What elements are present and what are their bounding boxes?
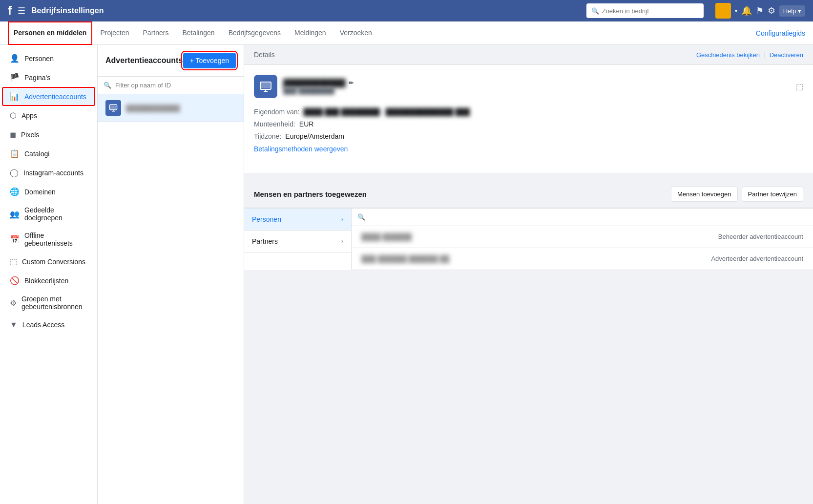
account-header: ████████████ ✏ ███ ████████ ⬚ xyxy=(254,75,803,98)
details-label: Details xyxy=(254,51,275,59)
groepen-icon: ⚙ xyxy=(10,298,17,308)
sidebar-item-domeinen[interactable]: 🌐 Domeinen xyxy=(2,182,95,201)
add-button[interactable]: + Toevoegen xyxy=(183,53,236,68)
history-link[interactable]: Geschiedenis bekijken xyxy=(696,51,760,59)
edit-icon[interactable]: ✏ xyxy=(349,80,354,86)
people-actions: Mensen toevoegen Partner toewijzen xyxy=(671,187,803,202)
flag-icon[interactable]: ⚑ xyxy=(756,5,764,16)
deactivate-link[interactable]: Deactiveren xyxy=(770,51,803,59)
nav-betalingen[interactable]: Betalingen xyxy=(176,21,220,45)
sidebar-item-custom-conversions[interactable]: ⬚ Custom Conversions xyxy=(2,252,95,271)
people-tab-personen[interactable]: Personen › xyxy=(244,209,351,231)
settings-icon[interactable]: ⚙ xyxy=(768,5,775,16)
tijdzone-label: Tijdzone: xyxy=(254,130,281,143)
list-panel: Advertentieaccounts + Toevoegen 🔍 ██████… xyxy=(98,45,244,504)
chevron-right-icon: › xyxy=(341,216,343,223)
sidebar-item-groepen[interactable]: ⚙ Groepen met gebeurtenisbronnen xyxy=(2,290,95,315)
munteenheid-value: EUR xyxy=(299,118,314,130)
pages-icon: 🏴 xyxy=(10,73,20,82)
separator: | xyxy=(764,51,766,59)
nav-verzoeken[interactable]: Verzoeken xyxy=(334,21,378,45)
munteenheid-row: Munteenheid: EUR xyxy=(254,118,803,130)
nav-projecten[interactable]: Projecten xyxy=(94,21,135,45)
list-panel-title: Advertentieaccounts xyxy=(105,56,183,65)
sidebar: 👤 Personen 🏴 Pagina's 📊 Advertentieaccou… xyxy=(0,45,98,504)
search-input[interactable] xyxy=(602,7,699,15)
account-info: ████████████ ✏ ███ ████████ xyxy=(283,79,790,94)
nav-partners[interactable]: Partners xyxy=(137,21,175,45)
facebook-logo-icon: f xyxy=(8,4,12,18)
assign-partner-button[interactable]: Partner toewijzen xyxy=(742,187,803,202)
people-detail-col: 🔍 ████ ██████ Beheerder advertentieaccou… xyxy=(352,209,813,270)
brand-name: Bedrijfsinstellingen xyxy=(31,6,104,15)
hamburger-menu-icon[interactable]: ☰ xyxy=(18,5,25,16)
filter-input[interactable] xyxy=(115,82,238,89)
search-filter[interactable]: 🔍 xyxy=(98,77,244,94)
people-layout: Personen › Partners › 🔍 ████ xyxy=(244,208,813,270)
nav-bedrijfsgegevens[interactable]: Bedrijfsgegevens xyxy=(223,21,287,45)
sidebar-item-paginas[interactable]: 🏴 Pagina's xyxy=(2,68,95,87)
sidebar-item-offline[interactable]: 📅 Offline gebeurtenissets xyxy=(2,227,95,252)
people-header: Mensen en partners toegewezen Mensen toe… xyxy=(244,181,813,208)
leads-icon: ▼ xyxy=(10,320,18,329)
eigendom-row: Eigendom van: ████ ███ ████████ · ██████… xyxy=(254,106,803,118)
sidebar-item-instagram[interactable]: ◯ Instagram-accounts xyxy=(2,163,95,182)
doelgroepen-icon: 👥 xyxy=(10,210,20,219)
list-panel-header: Advertentieaccounts + Toevoegen xyxy=(98,45,244,77)
custom-conv-icon: ⬚ xyxy=(10,257,17,266)
notifications-icon[interactable]: 🔔 xyxy=(741,5,752,16)
list-item-name: ████████████ xyxy=(126,105,180,112)
sidebar-item-doelgroepen[interactable]: 👥 Gedeelde doelgroepen xyxy=(2,201,95,227)
account-name-text: ████████████ xyxy=(283,79,346,87)
person-icon: 👤 xyxy=(10,54,20,63)
main-layout: 👤 Personen 🏴 Pagina's 📊 Advertentieaccou… xyxy=(0,45,813,504)
detail-meta: Eigendom van: ████ ███ ████████ · ██████… xyxy=(254,106,803,155)
user-dropdown-icon[interactable]: ▾ xyxy=(735,8,737,14)
sidebar-item-advertentieaccounts[interactable]: 📊 Advertentieaccounts xyxy=(2,87,95,106)
people-section-title: Mensen en partners toegewezen xyxy=(254,190,367,198)
nav-meldingen[interactable]: Meldingen xyxy=(289,21,332,45)
offline-icon: 📅 xyxy=(10,235,20,244)
sidebar-item-catalogi[interactable]: 📋 Catalogi xyxy=(2,144,95,163)
account-sub: ███ ████████ xyxy=(283,87,790,94)
payment-link[interactable]: Betalingsmethoden weergeven xyxy=(254,143,348,155)
account-name: ████████████ ✏ xyxy=(283,79,790,87)
payment-row: Betalingsmethoden weergeven xyxy=(254,143,803,155)
instagram-icon: ◯ xyxy=(10,168,19,177)
person-1-name: ████ ██████ xyxy=(361,233,412,241)
blokkeer-icon: 🚫 xyxy=(10,276,20,285)
catalogi-icon: 📋 xyxy=(10,149,20,158)
list-item[interactable]: ████████████ xyxy=(98,94,244,122)
copy-icon[interactable]: ⬚ xyxy=(796,82,803,91)
people-tab-partners[interactable]: Partners › xyxy=(244,231,351,252)
tijdzone-row: Tijdzone: Europe/Amsterdam xyxy=(254,130,803,143)
search-bar[interactable]: 🔍 xyxy=(586,3,704,18)
list-items: ████████████ xyxy=(98,94,244,504)
list-item-icon xyxy=(105,100,121,116)
people-search[interactable]: 🔍 xyxy=(352,209,813,226)
chevron-right-icon-2: › xyxy=(341,238,343,245)
person-row-2: ███ ██████ ██████ ██ Adverteerder advert… xyxy=(352,248,813,270)
sidebar-item-personen[interactable]: 👤 Personen xyxy=(2,49,95,68)
people-search-icon: 🔍 xyxy=(357,213,365,221)
person-2-role: Adverteerder advertentieaccount xyxy=(711,255,803,262)
people-section: Mensen en partners toegewezen Mensen toe… xyxy=(244,181,813,270)
sidebar-item-blokkeerlijsten[interactable]: 🚫 Blokkeerlijsten xyxy=(2,271,95,290)
configuratiegids-link[interactable]: Configuratiegids xyxy=(756,29,805,37)
sidebar-item-pixels[interactable]: ◼ Pixels xyxy=(2,125,95,144)
add-people-button[interactable]: Mensen toevoegen xyxy=(671,187,738,202)
search-icon: 🔍 xyxy=(591,7,599,15)
eigendom-label: Eigendom van: xyxy=(254,106,299,118)
adaccounts-icon: 📊 xyxy=(10,92,20,101)
content-area: Advertentieaccounts + Toevoegen 🔍 ██████… xyxy=(98,45,813,504)
nav-personen-middelen[interactable]: Personen en middelen xyxy=(8,21,92,45)
help-button[interactable]: Help ▾ xyxy=(779,5,805,17)
tijdzone-value: Europe/Amsterdam xyxy=(285,130,344,143)
sidebar-item-leads-access[interactable]: ▼ Leads Access xyxy=(2,315,95,334)
svg-rect-5 xyxy=(261,83,270,88)
person-2-name: ███ ██████ ██████ ██ xyxy=(361,255,449,263)
eigendom-value: ████ ███ ████████ · ██████████████ ███ xyxy=(303,106,470,118)
sidebar-item-apps[interactable]: ⬡ Apps xyxy=(2,106,95,125)
user-avatar[interactable] xyxy=(715,3,731,19)
second-navbar: Personen en middelen Projecten Partners … xyxy=(0,21,813,45)
